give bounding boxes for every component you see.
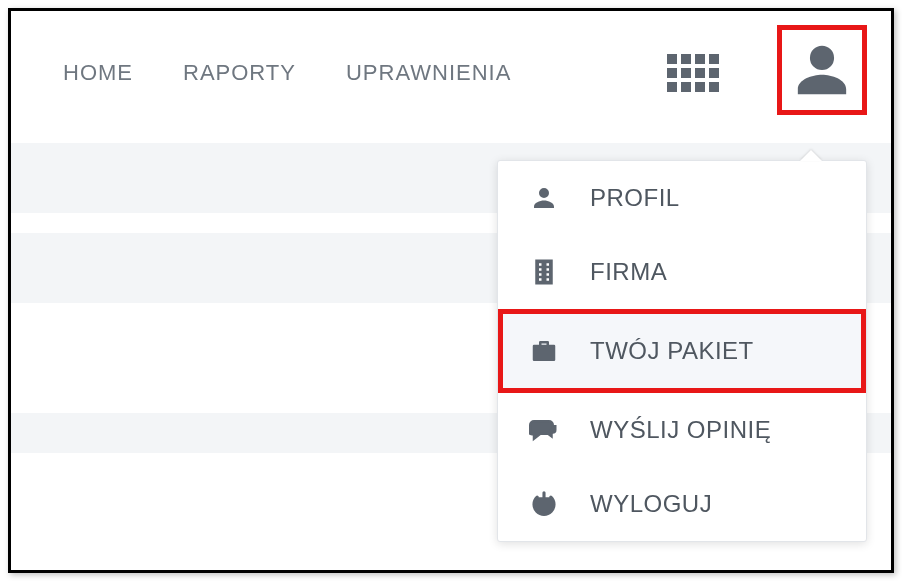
user-dropdown: PROFIL FIRMA TWÓJ PAKIET WYŚLIJ OPINIĘ W…: [497, 160, 867, 542]
nav-reports-label: RAPORTY: [183, 60, 296, 86]
apps-grid-button[interactable]: [667, 54, 719, 92]
building-icon: [526, 257, 562, 287]
menu-company[interactable]: FIRMA: [498, 235, 866, 309]
nav-reports[interactable]: RAPORTY: [171, 56, 296, 90]
user-menu-button[interactable]: [777, 25, 867, 115]
nav-permissions-label: UPRAWNIENIA: [346, 60, 511, 86]
menu-logout[interactable]: WYLOGUJ: [498, 467, 866, 541]
menu-company-label: FIRMA: [590, 258, 667, 286]
menu-logout-label: WYLOGUJ: [590, 490, 712, 518]
app-frame: HOME RAPORTY UPRAWNIENIA: [8, 8, 894, 573]
briefcase-icon: [526, 336, 562, 366]
menu-profile[interactable]: PROFIL: [498, 161, 866, 235]
menu-feedback[interactable]: WYŚLIJ OPINIĘ: [498, 393, 866, 467]
menu-package[interactable]: TWÓJ PAKIET: [498, 309, 866, 393]
power-icon: [526, 489, 562, 519]
user-icon: [793, 41, 851, 99]
nav-home-label: HOME: [63, 60, 133, 86]
chat-icon: [526, 415, 562, 445]
topbar: HOME RAPORTY UPRAWNIENIA: [11, 11, 891, 133]
menu-profile-label: PROFIL: [590, 184, 680, 212]
menu-package-label: TWÓJ PAKIET: [590, 337, 754, 365]
menu-feedback-label: WYŚLIJ OPINIĘ: [590, 416, 771, 444]
user-small-icon: [526, 183, 562, 213]
nav-home[interactable]: HOME: [51, 56, 133, 90]
nav-permissions[interactable]: UPRAWNIENIA: [334, 56, 511, 90]
